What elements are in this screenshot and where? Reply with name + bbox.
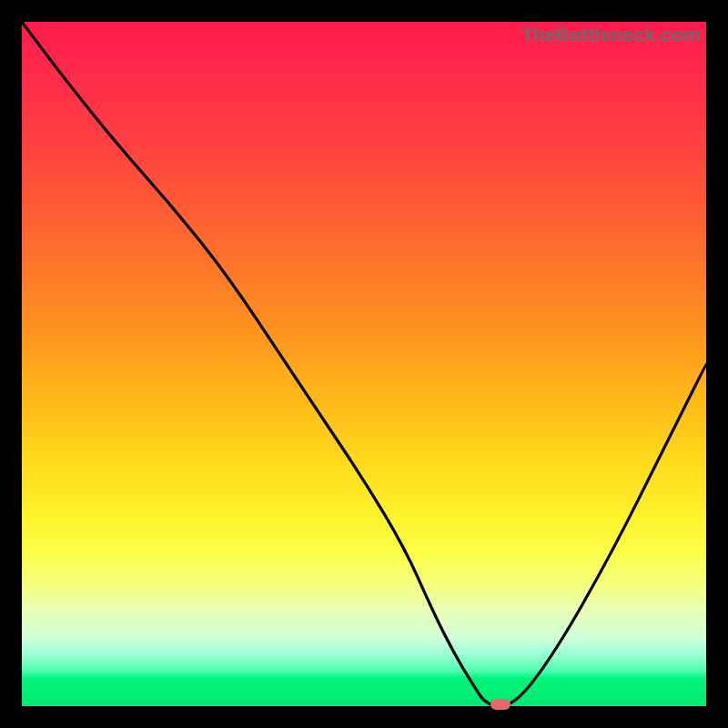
- optimum-marker: [490, 699, 511, 710]
- chart-frame: TheBottleneck.com: [0, 0, 728, 728]
- bottleneck-curve: [22, 22, 706, 706]
- plot-area: TheBottleneck.com: [22, 22, 706, 706]
- curve-path: [22, 22, 706, 706]
